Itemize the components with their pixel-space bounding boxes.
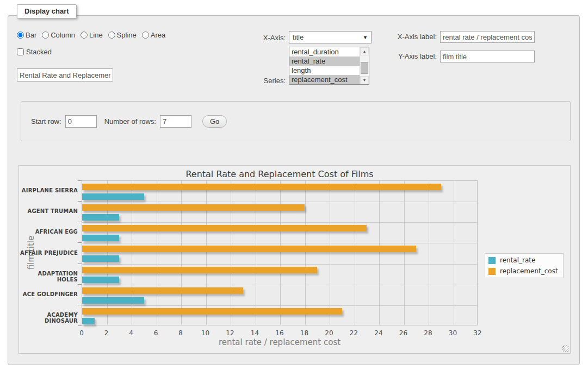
gridline-vertical: [280, 181, 281, 325]
chart-type-option-label: Column: [51, 31, 75, 39]
chart-type-option-bar[interactable]: Bar: [17, 31, 36, 39]
bar-replacement_cost: [82, 267, 317, 273]
legend-entry-replacement_cost: replacement_cost: [488, 267, 558, 275]
chevron-down-icon: ▼: [363, 35, 368, 40]
category-label: AFFAIR PREJUDICE: [19, 250, 78, 256]
y-axis-tick: [78, 201, 82, 202]
x-axis-select-label: X-Axis:: [242, 34, 286, 42]
category-label: ADAPTATION HOLES: [19, 271, 78, 283]
category-label: AGENT TRUMAN: [19, 208, 78, 214]
bar-rental_rate: [82, 255, 119, 262]
scroll-up-icon[interactable]: ▲: [360, 47, 369, 55]
gridline-vertical: [256, 181, 256, 325]
scrollbar-thumb[interactable]: [361, 62, 368, 74]
x-axis-title: rental rate / replacement cost: [82, 337, 478, 347]
gridline-horizontal: [82, 264, 477, 265]
chart-type-option-column[interactable]: Column: [42, 31, 75, 39]
series-listbox-label: Series:: [242, 77, 286, 85]
stacked-checkbox[interactable]: [17, 48, 24, 55]
bar-rental_rate: [82, 277, 119, 283]
y-axis-tick: [78, 180, 82, 181]
x-tick-label: 6: [148, 329, 164, 337]
chart-type-option-spline[interactable]: Spline: [108, 31, 137, 39]
bar-rental_rate: [82, 214, 119, 221]
chart-legend: rental_ratereplacement_cost: [485, 253, 564, 278]
gridline-horizontal: [82, 285, 477, 285]
series-listbox[interactable]: rental_durationrental_ratelengthreplacem…: [289, 47, 369, 85]
bar-replacement_cost: [82, 246, 416, 252]
resize-handle-icon[interactable]: [562, 346, 568, 352]
category-label: ACADEMY DINOSAUR: [19, 312, 78, 324]
gridline-vertical: [355, 181, 355, 325]
legend-label: rental_rate: [500, 256, 535, 264]
x-tick-label: 8: [172, 329, 189, 337]
bar-replacement_cost: [82, 184, 441, 190]
series-options: rental_durationrental_ratelengthreplacem…: [289, 47, 360, 84]
chart-type-radio-bar[interactable]: [17, 32, 24, 39]
gridline-horizontal: [82, 222, 477, 223]
start-row-input[interactable]: [65, 115, 97, 128]
x-tick-label: 0: [73, 329, 90, 337]
x-tick-label: 20: [321, 329, 337, 337]
x-tick-label: 2: [98, 329, 115, 337]
x-axis-select-value: title: [293, 33, 363, 41]
series-option-length[interactable]: length: [289, 66, 360, 75]
series-option-rental_duration[interactable]: rental_duration: [289, 47, 360, 57]
start-row-label: Start row:: [31, 117, 61, 126]
chart-container: Rental Rate and Replacement Cost of Film…: [18, 165, 571, 354]
chart-type-radio-spline[interactable]: [108, 32, 115, 39]
y-axis-tick: [78, 305, 82, 305]
legend-label: replacement_cost: [500, 267, 558, 275]
x-axis-select[interactable]: title ▼: [289, 31, 372, 43]
gridline-vertical: [206, 181, 207, 325]
y-axis-label-field-label: Y-Axis label:: [388, 52, 437, 60]
scroll-down-icon[interactable]: ▼: [360, 76, 369, 84]
bar-replacement_cost: [82, 308, 342, 315]
rows-control-panel: Start row: Number of rows: Go: [21, 101, 571, 141]
x-tick-label: 26: [395, 329, 412, 337]
bar-replacement_cost: [82, 287, 243, 294]
x-axis-label-input[interactable]: [440, 31, 535, 43]
gridline-vertical: [305, 181, 306, 325]
chart-title-input[interactable]: [17, 68, 113, 81]
gridline-horizontal: [82, 243, 477, 243]
chart-type-radio-group: BarColumnLineSplineArea: [17, 31, 169, 39]
gridline-horizontal: [82, 305, 477, 306]
series-option-replacement_cost[interactable]: replacement_cost: [289, 75, 360, 84]
gridline-vertical: [379, 181, 380, 325]
series-listbox-scrollbar[interactable]: ▲ ▼: [360, 47, 369, 84]
display-chart-panel: Display chart BarColumnLineSplineArea St…: [8, 15, 580, 365]
y-axis-tick: [78, 284, 82, 285]
chart-type-option-label: Area: [151, 31, 165, 39]
legend-swatch-replacement_cost: [488, 268, 496, 275]
chart-type-option-line[interactable]: Line: [81, 31, 103, 39]
bar-replacement_cost: [82, 204, 305, 211]
x-tick-label: 30: [445, 329, 461, 337]
y-axis-label-input[interactable]: [440, 51, 535, 62]
chart-type-option-area[interactable]: Area: [142, 31, 165, 39]
chart-type-option-label: Line: [89, 31, 103, 39]
chart-title: Rental Rate and Replacement Cost of Film…: [82, 169, 478, 179]
go-button[interactable]: Go: [202, 115, 227, 128]
chart-type-radio-area[interactable]: [142, 32, 149, 39]
stacked-label: Stacked: [26, 48, 52, 56]
chart-type-radio-line[interactable]: [81, 32, 88, 39]
category-label: AIRPLANE SIERRA: [19, 187, 78, 193]
gridline-vertical: [181, 181, 182, 325]
x-tick-label: 16: [271, 329, 288, 337]
chart-type-option-label: Spline: [117, 31, 137, 39]
bar-rental_rate: [82, 297, 144, 304]
category-label: AFRICAN EGG: [19, 229, 78, 235]
category-label: ACE GOLDFINGER: [19, 291, 78, 297]
gridline-vertical: [454, 181, 454, 325]
gridline-vertical: [429, 181, 429, 325]
bar-rental_rate: [82, 235, 119, 241]
scrollbar-track[interactable]: [360, 55, 369, 76]
chart-type-option-label: Bar: [26, 31, 36, 39]
chart-type-radio-column[interactable]: [42, 32, 49, 39]
bar-replacement_cost: [82, 225, 367, 231]
series-option-rental_rate[interactable]: rental_rate: [289, 57, 360, 66]
x-tick-label: 12: [222, 329, 238, 337]
number-of-rows-input[interactable]: [160, 115, 191, 128]
gridline-vertical: [330, 181, 330, 325]
